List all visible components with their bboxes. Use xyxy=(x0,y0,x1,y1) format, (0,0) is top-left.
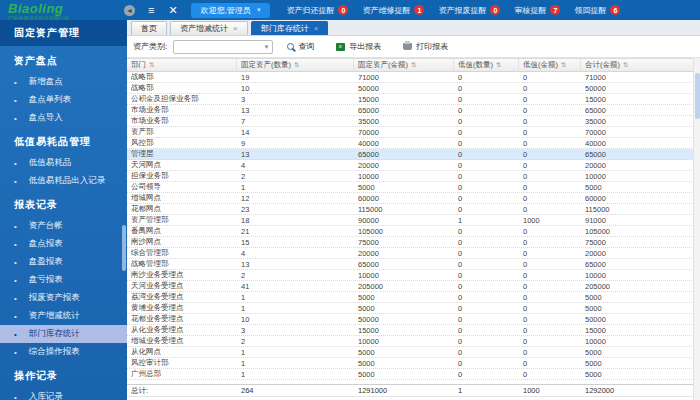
sidebar-item-部门库存统计[interactable]: •部门库存统计 xyxy=(0,325,127,343)
table-cell: 0 xyxy=(519,94,581,104)
close-icon[interactable]: ✕ xyxy=(168,4,177,17)
table-cell: 0 xyxy=(454,358,519,368)
table-row[interactable]: 番禺网点2110500000105000 xyxy=(127,226,700,237)
column-header[interactable]: 低值(金额)⇅ xyxy=(519,59,581,71)
table-row[interactable]: 市场业务部7350000035000 xyxy=(127,116,700,127)
column-header-label: 固定资产(数量) xyxy=(241,60,291,70)
sidebar-item-盘亏报表[interactable]: •盘亏报表 xyxy=(0,271,127,289)
notification-link[interactable]: 资产归还提醒0 xyxy=(286,5,348,16)
table-cell: 10000 xyxy=(581,270,700,280)
table-row[interactable]: 市场业务部13650000065000 xyxy=(127,105,700,116)
table-cell: 广州总部 xyxy=(127,369,237,379)
table-cell: 1000 xyxy=(519,215,581,225)
notification-link[interactable]: 资产报废提醒0 xyxy=(438,5,500,16)
sidebar-item-资产增减统计[interactable]: •资产增减统计 xyxy=(0,307,127,325)
table-scrollbar[interactable] xyxy=(693,58,700,400)
table-row[interactable]: 公司领导15000005000 xyxy=(127,182,700,193)
table-cell: 105000 xyxy=(581,226,700,236)
table-row[interactable]: 从化业务受理点3150000015000 xyxy=(127,325,700,336)
table-cell: 0 xyxy=(454,138,519,148)
excel-icon xyxy=(336,43,345,51)
table-row[interactable]: 天河业务受理点4120500000205000 xyxy=(127,281,700,292)
column-header[interactable]: 固定资产(数量)⇅ xyxy=(237,59,354,71)
sidebar-scrollbar[interactable] xyxy=(122,225,126,271)
column-header[interactable]: 部门⇅ xyxy=(127,59,237,71)
export-button-label: 导出报表 xyxy=(349,41,381,52)
tab-资产增减统计[interactable]: 资产增减统计× xyxy=(170,21,248,35)
table-row[interactable]: 资产管理部18900001100091000 xyxy=(127,215,700,226)
sidebar-item-盘点单列表[interactable]: •盘点单列表 xyxy=(0,91,127,109)
table-row[interactable]: 增城网点12600000060000 xyxy=(127,193,700,204)
sidebar-item-盘点导入[interactable]: •盘点导入 xyxy=(0,109,127,127)
column-header[interactable]: 低值(数量)⇅ xyxy=(454,59,519,71)
table-cell: 1 xyxy=(237,292,354,302)
table-row[interactable]: 广州总部15000005000 xyxy=(127,369,700,380)
table-row[interactable]: 从化网点15000005000 xyxy=(127,347,700,358)
table-row[interactable]: 花都业务受理点10500000050000 xyxy=(127,314,700,325)
table-row[interactable]: 资产部14700000070000 xyxy=(127,127,700,138)
table-row[interactable]: 风控审计部15000005000 xyxy=(127,358,700,369)
table-cell: 0 xyxy=(519,149,581,159)
column-header[interactable]: 固定资产(金额)⇅ xyxy=(354,59,454,71)
user-menu-button[interactable]: 欢迎您,管理员 ▾ xyxy=(191,3,271,18)
table-cell: 0 xyxy=(454,105,519,115)
table-row[interactable]: 南沙业务受理点2100000010000 xyxy=(127,270,700,281)
table-row[interactable]: 战略部19710000071000 xyxy=(127,72,700,83)
asset-category-select[interactable]: ▾ xyxy=(173,40,273,54)
tab-close-icon[interactable]: × xyxy=(233,24,238,33)
sidebar-item-盘盈报表[interactable]: •盘盈报表 xyxy=(0,253,127,271)
table-cell: 60000 xyxy=(354,193,454,203)
sidebar-item-资产台帐[interactable]: •资产台帐 xyxy=(0,217,127,235)
tab-首页[interactable]: 首页 xyxy=(131,21,167,35)
bullet-icon: • xyxy=(14,96,17,105)
table-row[interactable]: 荔湾业务受理点15000005000 xyxy=(127,292,700,303)
notification-link[interactable]: 资产维修提醒1 xyxy=(362,5,424,16)
tab-close-icon[interactable]: × xyxy=(314,24,319,33)
sidebar-collapse-button[interactable]: ◂ xyxy=(124,5,135,16)
table-row[interactable]: 综合管理部4200000020000 xyxy=(127,248,700,259)
sidebar-item-label: 低值易耗品 xyxy=(29,157,72,169)
table-row[interactable]: 花都网点2311500000115000 xyxy=(127,204,700,215)
sidebar-item-入库记录[interactable]: •入库记录 xyxy=(0,388,127,400)
table-row[interactable]: 风控部9400000040000 xyxy=(127,138,700,149)
table-scrollbar-thumb[interactable] xyxy=(695,73,700,119)
sidebar-item-低值易耗品出入记录[interactable]: •低值易耗品出入记录 xyxy=(0,172,127,190)
table-row[interactable]: 担保业务部2100000010000 xyxy=(127,171,700,182)
sidebar-item-报废资产报表[interactable]: •报废资产报表 xyxy=(0,289,127,307)
table-row[interactable]: 天河网点4200000020000 xyxy=(127,160,700,171)
table-row[interactable]: 公积金及担保业务部3150000015000 xyxy=(127,94,700,105)
column-header[interactable]: 合计(金额)⇅ xyxy=(581,59,700,71)
menu-icon[interactable]: ≡ xyxy=(148,4,154,16)
asset-category-label: 资产类别: xyxy=(133,41,167,52)
sidebar-item-新增盘点[interactable]: •新增盘点 xyxy=(0,73,127,91)
table-row[interactable]: 战略管理部13650000065000 xyxy=(127,259,700,270)
content-wrap: 固定资产管理 资产盘点•新增盘点•盘点单列表•盘点导入低值易耗品管理•低值易耗品… xyxy=(0,20,700,400)
sidebar-item-低值易耗品[interactable]: •低值易耗品 xyxy=(0,154,127,172)
app-logo: Biaoling 广州标领信息科技有限公司 xyxy=(0,2,118,21)
table-cell: 0 xyxy=(519,281,581,291)
table-cell: 南沙业务受理点 xyxy=(127,270,237,280)
notification-badge: 0 xyxy=(338,5,348,15)
notification-link[interactable]: 领回提醒6 xyxy=(574,5,620,16)
sidebar-item-综合操作报表[interactable]: •综合操作报表 xyxy=(0,343,127,361)
bullet-icon: • xyxy=(14,330,17,339)
tab-label: 首页 xyxy=(141,23,157,34)
table-row[interactable]: 管理层13650000065000 xyxy=(127,149,700,160)
notification-link[interactable]: 审核提醒7 xyxy=(514,5,560,16)
table-cell: 综合管理部 xyxy=(127,248,237,258)
table-row[interactable]: 增城业务受理点2100000010000 xyxy=(127,336,700,347)
tab-部门库存统计[interactable]: 部门库存统计× xyxy=(251,21,329,35)
search-button[interactable]: 查询 xyxy=(279,41,322,52)
sidebar-item-盘点报表[interactable]: •盘点报表 xyxy=(0,235,127,253)
sidebar-item-label: 资产增减统计 xyxy=(29,310,80,322)
notification-label: 资产维修提醒 xyxy=(362,5,410,16)
table-cell: 10 xyxy=(237,83,354,93)
table-row[interactable]: 南沙网点15750000075000 xyxy=(127,237,700,248)
table-row[interactable]: 黄埔业务受理点15000005000 xyxy=(127,303,700,314)
table-cell: 公司领导 xyxy=(127,182,237,192)
sidebar-item-label: 盘亏报表 xyxy=(29,274,63,286)
table-cell: 0 xyxy=(454,237,519,247)
table-row[interactable]: 战略部10500000050000 xyxy=(127,83,700,94)
print-report-button[interactable]: 打印报表 xyxy=(395,41,456,52)
export-report-button[interactable]: 导出报表 xyxy=(328,41,389,52)
